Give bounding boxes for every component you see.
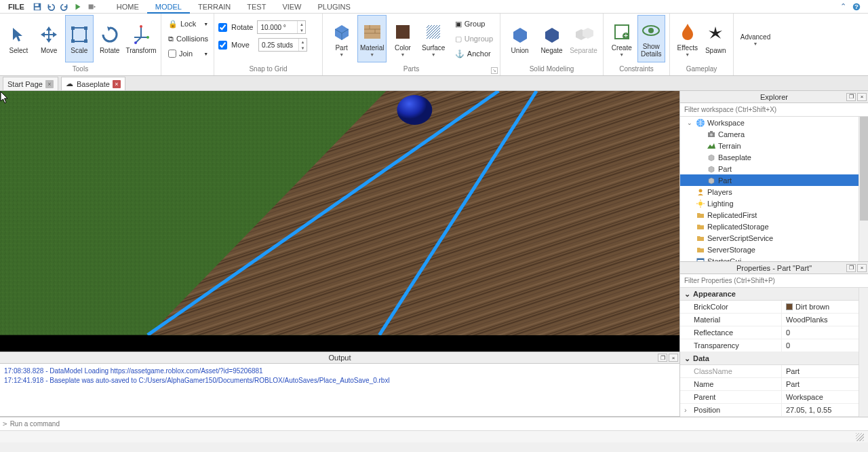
property-value[interactable]: Part bbox=[782, 378, 868, 390]
undo-icon[interactable] bbox=[46, 2, 56, 12]
tree-item[interactable]: ⌄Workspace bbox=[680, 117, 868, 128]
scale-button[interactable]: Scale bbox=[65, 15, 94, 62]
tree-item[interactable]: Part bbox=[680, 163, 868, 174]
play-icon[interactable] bbox=[73, 2, 83, 12]
property-row[interactable]: BrickColorDirt brown bbox=[680, 301, 868, 314]
output-undock-icon[interactable]: ❐ bbox=[658, 354, 667, 362]
tree-item-label: ReplicatedStorage bbox=[707, 223, 769, 231]
command-input[interactable] bbox=[10, 420, 865, 428]
spawn-button[interactable]: Spawn bbox=[703, 15, 730, 62]
tree-item[interactable]: ServerScriptService bbox=[680, 232, 868, 244]
effects-button[interactable]: Effects▼ bbox=[674, 15, 701, 62]
anchor-button[interactable]: ⚓Anchor bbox=[452, 46, 496, 61]
move-snap-input[interactable]: 0.25 studs▲▼ bbox=[258, 38, 307, 52]
tab-terrain[interactable]: TERRAIN bbox=[190, 0, 239, 14]
collapse-ribbon-icon[interactable]: ⌃ bbox=[838, 2, 848, 12]
output-panel[interactable]: 17:08:38.828 - DataModel Loading https:/… bbox=[0, 364, 679, 417]
tree-item[interactable]: ReplicatedStorage bbox=[680, 221, 868, 232]
property-group-header[interactable]: ⌄Data bbox=[680, 352, 868, 365]
doctab-baseplate[interactable]: ☁ Baseplate × bbox=[61, 77, 125, 90]
doctab-start-page[interactable]: Start Page × bbox=[3, 77, 58, 90]
join-button[interactable]: Join▼ bbox=[165, 46, 211, 61]
svg-rect-23 bbox=[427, 25, 440, 39]
close-tab-icon[interactable]: × bbox=[113, 80, 121, 88]
surface-button[interactable]: Surface▼ bbox=[419, 15, 448, 62]
join-checkbox[interactable] bbox=[168, 50, 176, 58]
svg-text:+: + bbox=[624, 31, 628, 39]
tab-view[interactable]: VIEW bbox=[274, 0, 309, 14]
union-button[interactable]: Union bbox=[505, 15, 535, 62]
output-close-icon[interactable]: × bbox=[669, 354, 678, 362]
properties-filter-input[interactable] bbox=[680, 274, 868, 287]
save-icon[interactable] bbox=[33, 2, 42, 12]
collisions-button[interactable]: ⧉Collisions bbox=[165, 31, 211, 46]
create-constraint-button[interactable]: +Create▼ bbox=[608, 15, 636, 62]
property-key: ClassName bbox=[680, 365, 782, 377]
properties-list[interactable]: ⌄AppearanceBrickColorDirt brownMaterialW… bbox=[680, 288, 868, 417]
transform-button[interactable]: Transform bbox=[125, 15, 157, 62]
advanced-button[interactable]: Advanced▼ bbox=[738, 20, 773, 60]
scrollbar[interactable] bbox=[859, 117, 868, 261]
negate-button[interactable]: Negate bbox=[536, 15, 567, 62]
property-row[interactable]: ›Position27.05, 1, 0.55 bbox=[680, 404, 868, 417]
tree-item[interactable]: Terrain bbox=[680, 140, 868, 151]
material-button[interactable]: Material▼ bbox=[357, 15, 387, 62]
property-value[interactable]: 0 bbox=[782, 339, 868, 352]
move-button[interactable]: Move bbox=[35, 15, 64, 62]
property-value[interactable]: WoodPlanks bbox=[782, 314, 868, 326]
show-details-button[interactable]: Show Details bbox=[637, 15, 666, 62]
close-tab-icon[interactable]: × bbox=[45, 80, 54, 88]
explorer-filter-input[interactable] bbox=[680, 103, 868, 116]
properties-undock-icon[interactable]: ❐ bbox=[846, 264, 856, 272]
property-row[interactable]: Transparency0 bbox=[680, 339, 868, 352]
viewport-3d[interactable] bbox=[0, 91, 679, 352]
property-row[interactable]: ClassNamePart bbox=[680, 365, 868, 378]
property-value[interactable]: Dirt brown bbox=[782, 301, 868, 313]
resize-grip-icon[interactable] bbox=[856, 433, 864, 441]
tree-item[interactable]: ServerStorage bbox=[680, 244, 868, 255]
rotate-snap-checkbox[interactable] bbox=[218, 23, 227, 32]
explorer-close-icon[interactable]: × bbox=[857, 93, 867, 101]
property-value[interactable]: Workspace bbox=[782, 391, 868, 403]
rotate-snap-input[interactable]: 10.000 °▲▼ bbox=[257, 20, 306, 34]
scrollbar[interactable] bbox=[859, 288, 868, 417]
redo-icon[interactable] bbox=[60, 2, 69, 12]
chevron-right-icon[interactable]: › bbox=[684, 406, 687, 414]
tab-home[interactable]: HOME bbox=[108, 0, 147, 14]
rotate-button[interactable]: Rotate bbox=[95, 15, 124, 62]
lock-button[interactable]: 🔒Lock▼ bbox=[165, 16, 211, 31]
select-button[interactable]: Select bbox=[4, 15, 33, 62]
property-row[interactable]: Reflectance0 bbox=[680, 326, 868, 339]
property-group-header[interactable]: ⌄Appearance bbox=[680, 288, 868, 301]
tree-item[interactable]: StarterGui bbox=[680, 255, 868, 261]
tab-test[interactable]: TEST bbox=[239, 0, 274, 14]
color-button[interactable]: Color▼ bbox=[388, 15, 417, 62]
tree-item[interactable]: Lighting bbox=[680, 197, 868, 209]
tree-item[interactable]: Part bbox=[680, 174, 868, 186]
group-button[interactable]: ▣Group bbox=[452, 16, 496, 31]
property-value[interactable]: 27.05, 1, 0.55 bbox=[782, 404, 868, 416]
help-icon[interactable]: ? bbox=[852, 2, 861, 12]
file-menu[interactable]: FILE bbox=[3, 3, 30, 11]
properties-close-icon[interactable]: × bbox=[857, 264, 867, 272]
property-row[interactable]: NamePart bbox=[680, 378, 868, 391]
property-value[interactable]: Part bbox=[782, 365, 868, 377]
play-dropdown-icon[interactable] bbox=[87, 2, 96, 12]
ungroup-button[interactable]: ▢Ungroup bbox=[452, 31, 496, 46]
tree-item[interactable]: Camera bbox=[680, 128, 868, 140]
explorer-tree[interactable]: ⌄WorkspaceCameraTerrainBaseplatePartPart… bbox=[680, 117, 868, 261]
twist-icon[interactable]: ⌄ bbox=[686, 119, 694, 126]
tab-plugins[interactable]: PLUGINS bbox=[310, 0, 359, 14]
parts-group-launcher[interactable]: ↘ bbox=[491, 67, 498, 74]
command-bar[interactable]: > bbox=[0, 417, 868, 430]
tree-item[interactable]: Baseplate bbox=[680, 151, 868, 163]
tree-item[interactable]: Players bbox=[680, 186, 868, 197]
property-row[interactable]: MaterialWoodPlanks bbox=[680, 314, 868, 326]
property-row[interactable]: ParentWorkspace bbox=[680, 391, 868, 404]
part-button[interactable]: Part▼ bbox=[327, 15, 356, 62]
tree-item[interactable]: ReplicatedFirst bbox=[680, 209, 868, 221]
explorer-undock-icon[interactable]: ❐ bbox=[846, 93, 856, 101]
property-value[interactable]: 0 bbox=[782, 326, 868, 339]
tab-model[interactable]: MODEL bbox=[147, 0, 190, 14]
move-snap-checkbox[interactable] bbox=[218, 41, 227, 50]
